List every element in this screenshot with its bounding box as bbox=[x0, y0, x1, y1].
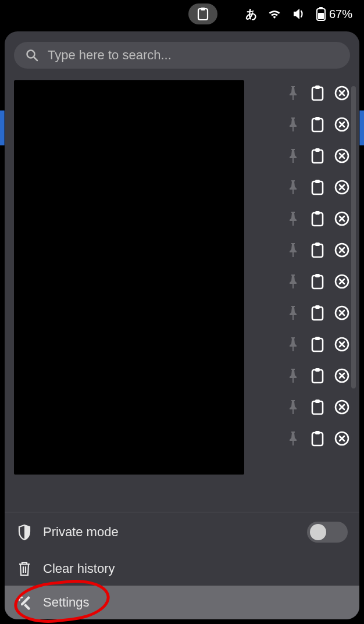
search-icon bbox=[26, 49, 38, 62]
delete-icon[interactable] bbox=[334, 305, 350, 321]
clipboard-item-actions bbox=[250, 272, 350, 291]
pin-icon[interactable] bbox=[285, 336, 301, 352]
scrollbar[interactable] bbox=[351, 86, 356, 388]
copy-icon[interactable] bbox=[309, 273, 326, 290]
svg-point-5 bbox=[27, 51, 35, 58]
clipboard-item-actions bbox=[250, 304, 350, 322]
toggle-knob bbox=[310, 524, 326, 540]
pin-icon[interactable] bbox=[285, 179, 301, 195]
svg-rect-7 bbox=[312, 87, 323, 100]
clipboard-item-actions bbox=[250, 115, 350, 134]
svg-rect-1 bbox=[201, 8, 205, 10]
wifi-icon bbox=[267, 8, 281, 20]
tools-icon bbox=[16, 595, 33, 610]
clipboard-action-column bbox=[250, 80, 350, 502]
svg-rect-35 bbox=[315, 368, 320, 372]
pin-icon[interactable] bbox=[285, 148, 301, 164]
delete-icon[interactable] bbox=[334, 116, 350, 133]
clipboard-item-actions bbox=[250, 366, 350, 385]
svg-rect-8 bbox=[315, 85, 320, 89]
pin-icon[interactable] bbox=[285, 399, 301, 415]
copy-icon[interactable] bbox=[309, 242, 326, 258]
pin-icon[interactable] bbox=[285, 85, 301, 101]
delete-icon[interactable] bbox=[334, 273, 350, 290]
svg-rect-19 bbox=[312, 213, 323, 226]
delete-icon[interactable] bbox=[334, 85, 350, 101]
clipboard-item-actions bbox=[250, 84, 350, 102]
delete-icon[interactable] bbox=[334, 242, 350, 258]
clipboard-item-actions bbox=[250, 241, 350, 259]
clipboard-item-actions bbox=[250, 178, 350, 197]
svg-rect-25 bbox=[312, 276, 323, 288]
copy-icon[interactable] bbox=[309, 305, 326, 321]
svg-rect-10 bbox=[312, 119, 323, 131]
svg-rect-41 bbox=[315, 431, 320, 434]
svg-rect-20 bbox=[315, 211, 320, 215]
status-clipboard-indicator[interactable] bbox=[188, 3, 217, 24]
svg-line-6 bbox=[34, 58, 38, 61]
clipboard-item-actions bbox=[250, 335, 350, 354]
delete-icon[interactable] bbox=[334, 368, 350, 384]
svg-rect-14 bbox=[315, 148, 320, 152]
clear-history-label: Clear history bbox=[43, 561, 348, 576]
delete-icon[interactable] bbox=[334, 336, 350, 352]
svg-rect-28 bbox=[312, 307, 323, 320]
svg-rect-26 bbox=[315, 274, 320, 277]
pin-icon[interactable] bbox=[285, 368, 301, 384]
pin-icon[interactable] bbox=[285, 242, 301, 258]
pin-icon[interactable] bbox=[285, 116, 301, 133]
battery-percent: 67% bbox=[329, 8, 352, 21]
svg-rect-34 bbox=[312, 370, 323, 383]
svg-rect-37 bbox=[312, 401, 323, 414]
trash-icon bbox=[16, 561, 33, 576]
copy-icon[interactable] bbox=[309, 399, 326, 415]
clear-history-row[interactable]: Clear history bbox=[5, 552, 359, 586]
clipboard-preview[interactable] bbox=[14, 80, 244, 475]
pin-icon[interactable] bbox=[285, 273, 301, 290]
svg-rect-31 bbox=[312, 338, 323, 351]
battery-indicator: 67% bbox=[316, 7, 352, 21]
settings-label: Settings bbox=[43, 595, 348, 610]
private-mode-row[interactable]: Private mode bbox=[5, 512, 359, 552]
clipboard-item-actions bbox=[250, 429, 350, 448]
svg-rect-40 bbox=[312, 433, 323, 445]
svg-rect-32 bbox=[315, 337, 320, 340]
svg-rect-16 bbox=[312, 181, 323, 194]
panel-options: Private mode Clear history bbox=[5, 512, 359, 619]
settings-row[interactable]: Settings bbox=[5, 586, 359, 619]
private-mode-toggle[interactable] bbox=[307, 522, 348, 543]
svg-rect-38 bbox=[315, 400, 320, 403]
copy-icon[interactable] bbox=[309, 85, 326, 101]
delete-icon[interactable] bbox=[334, 399, 350, 415]
pin-icon[interactable] bbox=[285, 430, 301, 447]
pin-icon[interactable] bbox=[285, 305, 301, 321]
shield-icon bbox=[16, 524, 33, 540]
status-bar: あ 67% bbox=[0, 0, 364, 28]
volume-icon bbox=[292, 8, 306, 20]
svg-rect-23 bbox=[315, 243, 320, 246]
copy-icon[interactable] bbox=[309, 116, 326, 133]
pin-icon[interactable] bbox=[285, 211, 301, 227]
svg-rect-11 bbox=[315, 117, 320, 120]
copy-icon[interactable] bbox=[309, 148, 326, 164]
svg-rect-29 bbox=[315, 305, 320, 309]
search-placeholder: Type here to search... bbox=[48, 48, 338, 63]
delete-icon[interactable] bbox=[334, 211, 350, 227]
svg-rect-17 bbox=[315, 180, 320, 183]
copy-icon[interactable] bbox=[309, 368, 326, 384]
copy-icon[interactable] bbox=[309, 179, 326, 195]
clipboard-list-area bbox=[14, 80, 350, 502]
delete-icon[interactable] bbox=[334, 148, 350, 164]
clipboard-icon bbox=[197, 7, 209, 21]
search-field[interactable]: Type here to search... bbox=[14, 42, 350, 69]
clipboard-history-panel: Type here to search... Private mode bbox=[5, 31, 359, 619]
ime-indicator: あ bbox=[245, 6, 257, 22]
copy-icon[interactable] bbox=[309, 430, 326, 447]
delete-icon[interactable] bbox=[334, 179, 350, 195]
delete-icon[interactable] bbox=[334, 430, 350, 447]
clipboard-item-actions bbox=[250, 398, 350, 416]
svg-rect-22 bbox=[312, 244, 323, 257]
clipboard-item-actions bbox=[250, 209, 350, 228]
copy-icon[interactable] bbox=[309, 336, 326, 352]
copy-icon[interactable] bbox=[309, 211, 326, 227]
